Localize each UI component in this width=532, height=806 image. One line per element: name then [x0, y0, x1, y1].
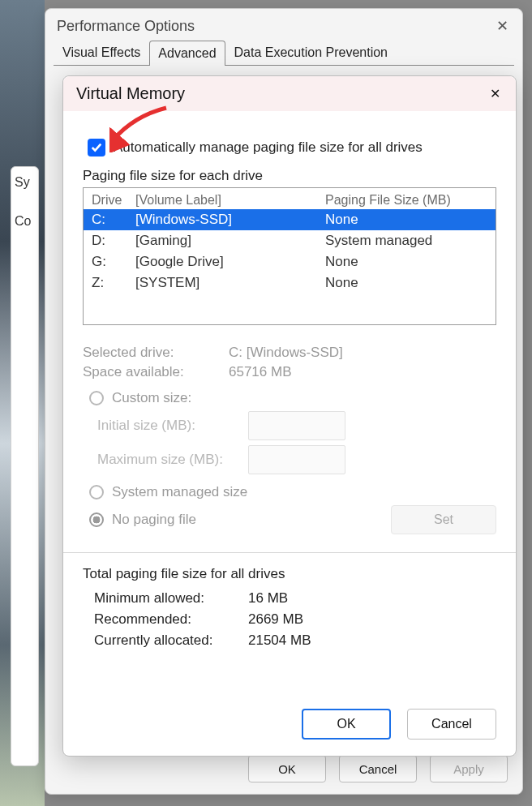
set-button: Set: [391, 505, 496, 534]
radio-custom-size: [89, 391, 104, 405]
space-available-label: Space available:: [83, 364, 229, 380]
radio-system-managed: [89, 485, 104, 499]
max-size-input: [248, 445, 345, 474]
perf-cancel-button[interactable]: Cancel: [339, 755, 417, 782]
check-icon: [91, 142, 102, 153]
vm-titlebar: Virtual Memory: [63, 76, 516, 111]
drive-list-header: Drive [Volume Label] Paging File Size (M…: [84, 188, 496, 209]
drive-size: None: [325, 275, 487, 291]
vm-title: Virtual Memory: [76, 84, 185, 103]
selected-drive-value: C: [Windows-SSD]: [229, 345, 343, 361]
radio-custom-label: Custom size:: [112, 390, 191, 406]
radio-managed-label: System managed size: [112, 484, 247, 500]
totals-title: Total paging file size for all drives: [83, 566, 496, 582]
col-volume: [Volume Label]: [135, 193, 325, 208]
close-icon[interactable]: [487, 86, 503, 102]
tab-divider: [54, 65, 514, 66]
underlying-settings-window: Sy Co: [11, 166, 39, 766]
vm-ok-button[interactable]: OK: [302, 709, 391, 740]
drive-row-z[interactable]: Z: [SYSTEM] None: [84, 272, 496, 294]
drive-row-g[interactable]: G: [Google Drive] None: [84, 251, 496, 272]
initial-size-label: Initial size (MB):: [97, 418, 235, 434]
drive-group-title: Paging file size for each drive: [83, 168, 496, 184]
col-drive: Drive: [92, 193, 135, 208]
perf-title: Performance Options: [57, 18, 195, 35]
tab-visual-effects[interactable]: Visual Effects: [54, 40, 149, 65]
divider: [63, 552, 516, 553]
recommended-value: 2669 MB: [248, 611, 303, 628]
auto-manage-row: Automatically manage paging file size fo…: [88, 139, 496, 156]
totals-block: Total paging file size for all drives Mi…: [83, 566, 496, 649]
drive-letter: Z:: [92, 275, 135, 291]
drive-row-c[interactable]: C: [Windows-SSD] None: [84, 209, 496, 230]
max-size-label: Maximum size (MB):: [97, 452, 235, 468]
drive-size: None: [325, 254, 487, 270]
drive-size: None: [325, 212, 487, 228]
initial-size-row: Initial size (MB):: [97, 411, 496, 440]
under-title-fragment: Sy: [15, 175, 35, 190]
currently-allocated-label: Currently allocated:: [94, 632, 248, 649]
currently-allocated-value: 21504 MB: [248, 632, 311, 649]
tab-advanced[interactable]: Advanced: [149, 41, 225, 66]
perf-titlebar: Performance Options: [45, 9, 522, 40]
tab-dep[interactable]: Data Execution Prevention: [225, 40, 397, 65]
vm-button-row: OK Cancel: [63, 696, 516, 756]
radio-managed-row: System managed size: [89, 484, 496, 500]
drive-letter: G:: [92, 254, 135, 270]
min-allowed-label: Minimum allowed:: [94, 590, 248, 607]
recommended-label: Recommended:: [94, 611, 248, 628]
selected-drive-info: Selected drive: C: [Windows-SSD] Space a…: [83, 345, 496, 380]
close-icon[interactable]: [493, 17, 511, 35]
drive-letter: C:: [92, 212, 135, 228]
drive-list-panel: Drive [Volume Label] Paging File Size (M…: [83, 187, 496, 325]
drive-row-d[interactable]: D: [Gaming] System managed: [84, 230, 496, 251]
space-available-value: 65716 MB: [229, 364, 292, 380]
virtual-memory-dialog: Virtual Memory Automatically manage pagi…: [62, 75, 517, 757]
min-allowed-value: 16 MB: [248, 590, 288, 607]
radio-no-paging: [89, 512, 104, 527]
perf-ok-button[interactable]: OK: [248, 755, 326, 782]
perf-tabs: Visual Effects Advanced Data Execution P…: [45, 40, 522, 65]
drive-size: System managed: [325, 233, 487, 249]
initial-size-input: [248, 411, 345, 440]
radio-none-label: No paging file: [112, 512, 196, 528]
radio-custom-size-row: Custom size:: [89, 390, 496, 406]
vm-cancel-button[interactable]: Cancel: [407, 709, 496, 740]
auto-manage-label: Automatically manage paging file size fo…: [114, 139, 423, 156]
drive-letter: D:: [92, 233, 135, 249]
vm-body: Automatically manage paging file size fo…: [63, 111, 516, 696]
col-size: Paging File Size (MB): [325, 193, 487, 208]
perf-button-row: OK Cancel Apply: [248, 755, 508, 782]
auto-manage-checkbox[interactable]: [88, 139, 105, 156]
drive-label: [Windows-SSD]: [135, 212, 325, 228]
drive-label: [Google Drive]: [135, 254, 325, 270]
drive-label: [SYSTEM]: [135, 275, 325, 291]
drive-label: [Gaming]: [135, 233, 325, 249]
radio-none-row: No paging file Set: [89, 505, 496, 534]
perf-apply-button: Apply: [430, 755, 508, 782]
under-row-fragment: Co: [15, 214, 35, 229]
drive-list: C: [Windows-SSD] None D: [Gaming] System…: [84, 209, 496, 324]
selected-drive-label: Selected drive:: [83, 345, 229, 361]
max-size-row: Maximum size (MB):: [97, 445, 496, 474]
